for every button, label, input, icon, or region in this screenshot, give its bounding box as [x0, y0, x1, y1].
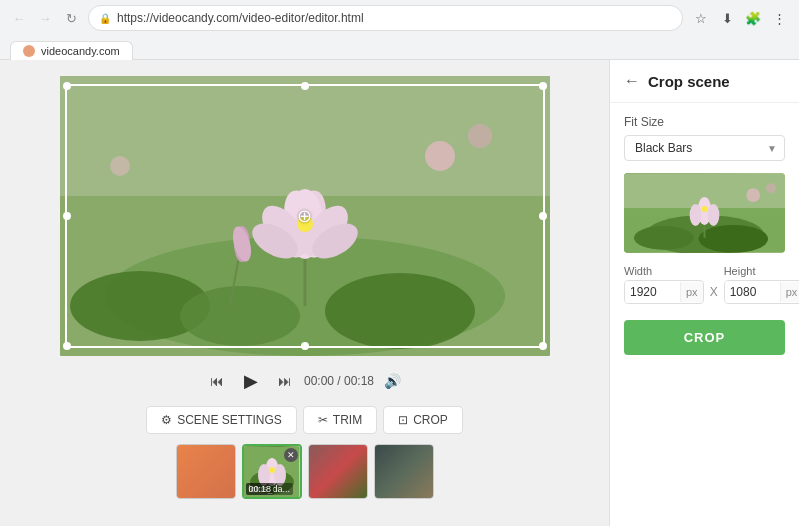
preview-svg — [624, 173, 785, 253]
height-group: Height px — [724, 265, 799, 304]
scene-settings-button[interactable]: ⚙ SCENE SETTINGS — [146, 406, 297, 434]
skip-back-button[interactable]: ⏮ — [208, 371, 226, 391]
crop-label: CROP — [413, 413, 448, 427]
trim-label: TRIM — [333, 413, 362, 427]
skip-forward-button[interactable]: ⏭ — [276, 371, 294, 391]
crop-handle-tl[interactable] — [63, 82, 71, 90]
address-bar[interactable]: 🔒 https://videocandy.com/video-editor/ed… — [88, 5, 683, 31]
back-arrow-icon: ← — [624, 72, 640, 90]
crop-action-button[interactable]: CROP — [624, 320, 785, 355]
right-panel: ← Crop scene Fit Size Black Bars Blur St… — [609, 60, 799, 526]
fit-size-label: Fit Size — [624, 115, 785, 129]
timeline-item-time: 00:18 — [246, 483, 275, 495]
panel-title: Crop scene — [648, 73, 730, 90]
fit-size-select-wrap: Black Bars Blur Stretch Crop ▼ — [624, 135, 785, 161]
tab-favicon — [23, 45, 35, 57]
timeline-item-0[interactable] — [176, 444, 236, 499]
svg-point-26 — [269, 467, 275, 473]
crop-button[interactable]: ⊡ CROP — [383, 406, 463, 434]
x-separator: X — [710, 271, 718, 299]
bookmark-icon[interactable]: ☆ — [691, 8, 711, 28]
main-layout: ⊕ ⏮ ▶ ⏭ 00:00 / 00:18 🔊 ⚙ SCENE SETTINGS… — [0, 60, 799, 526]
crop-overlay[interactable]: ⊕ — [65, 84, 545, 348]
svg-point-30 — [634, 226, 694, 250]
thumb-red — [309, 445, 367, 498]
reload-button[interactable]: ↻ — [62, 9, 80, 27]
back-nav-button[interactable]: ← — [10, 9, 28, 27]
width-unit: px — [680, 282, 703, 302]
svg-point-38 — [766, 183, 776, 193]
preview-thumbnail — [624, 173, 785, 253]
back-button[interactable]: ← — [624, 72, 640, 90]
panel-header: ← Crop scene — [610, 60, 799, 103]
width-input-wrap: px — [624, 280, 704, 304]
crop-icon: ⊡ — [398, 413, 408, 427]
panel-content: Fit Size Black Bars Blur Stretch Crop ▼ — [610, 103, 799, 526]
browser-chrome: ← → ↻ 🔒 https://videocandy.com/video-edi… — [0, 0, 799, 60]
crop-handle-tm[interactable] — [301, 82, 309, 90]
width-input[interactable] — [625, 281, 680, 303]
browser-tabs: videocandy.com — [0, 36, 799, 60]
play-button[interactable]: ▶ — [236, 366, 266, 396]
timeline-item-1[interactable]: lotus_da... ✕ 00:18 — [242, 444, 302, 499]
volume-button[interactable]: 🔊 — [384, 373, 401, 389]
crop-handle-bm[interactable] — [301, 342, 309, 350]
scene-settings-label: SCENE SETTINGS — [177, 413, 282, 427]
height-input[interactable] — [725, 281, 780, 303]
url-text: https://videocandy.com/video-editor/edit… — [117, 11, 364, 25]
thumb-orange — [177, 445, 235, 498]
forward-nav-button[interactable]: → — [36, 9, 54, 27]
download-icon[interactable]: ⬇ — [717, 8, 737, 28]
timeline-item-2[interactable] — [308, 444, 368, 499]
crop-handle-br[interactable] — [539, 342, 547, 350]
video-canvas-wrap: ⊕ — [60, 76, 550, 356]
time-display: 00:00 / 00:18 — [304, 374, 374, 388]
settings-icon: ⚙ — [161, 413, 172, 427]
height-label: Height — [724, 265, 799, 277]
menu-icon[interactable]: ⋮ — [769, 8, 789, 28]
toolbar-actions: ☆ ⬇ 🧩 ⋮ — [691, 8, 789, 28]
thumb-dark — [375, 445, 433, 498]
crop-handle-mr[interactable] — [539, 212, 547, 220]
trim-button[interactable]: ✂ TRIM — [303, 406, 377, 434]
width-group: Width px — [624, 265, 704, 304]
crop-move-icon: ⊕ — [297, 205, 312, 227]
time-current: 00:00 — [304, 374, 334, 388]
video-controls: ⏮ ▶ ⏭ 00:00 / 00:18 🔊 — [208, 366, 401, 396]
active-tab[interactable]: videocandy.com — [10, 41, 133, 60]
svg-point-31 — [699, 225, 769, 253]
svg-point-36 — [702, 206, 708, 212]
tab-label: videocandy.com — [41, 45, 120, 57]
crop-action-label: CROP — [684, 330, 726, 345]
time-separator: / — [337, 374, 340, 388]
height-unit: px — [780, 282, 799, 302]
lock-icon: 🔒 — [99, 13, 111, 24]
preview-lotus-image — [624, 173, 785, 253]
timeline-item-close[interactable]: ✕ — [284, 448, 298, 462]
crop-handle-tr[interactable] — [539, 82, 547, 90]
crop-handle-ml[interactable] — [63, 212, 71, 220]
fit-size-select[interactable]: Black Bars Blur Stretch Crop — [624, 135, 785, 161]
height-input-wrap: px — [724, 280, 799, 304]
time-total: 00:18 — [344, 374, 374, 388]
dimensions-row: Width px X Height px — [624, 265, 785, 304]
svg-point-37 — [746, 188, 760, 202]
timeline: lotus_da... ✕ 00:18 — [176, 444, 434, 499]
editor-area: ⊕ ⏮ ▶ ⏭ 00:00 / 00:18 🔊 ⚙ SCENE SETTINGS… — [0, 60, 609, 526]
video-canvas: ⊕ — [60, 76, 550, 356]
extensions-icon[interactable]: 🧩 — [743, 8, 763, 28]
browser-toolbar: ← → ↻ 🔒 https://videocandy.com/video-edi… — [0, 0, 799, 36]
svg-point-35 — [707, 204, 719, 226]
action-buttons: ⚙ SCENE SETTINGS ✂ TRIM ⊡ CROP — [146, 406, 463, 434]
width-label: Width — [624, 265, 704, 277]
timeline-item-3[interactable] — [374, 444, 434, 499]
svg-point-34 — [690, 204, 702, 226]
crop-handle-bl[interactable] — [63, 342, 71, 350]
scissors-icon: ✂ — [318, 413, 328, 427]
